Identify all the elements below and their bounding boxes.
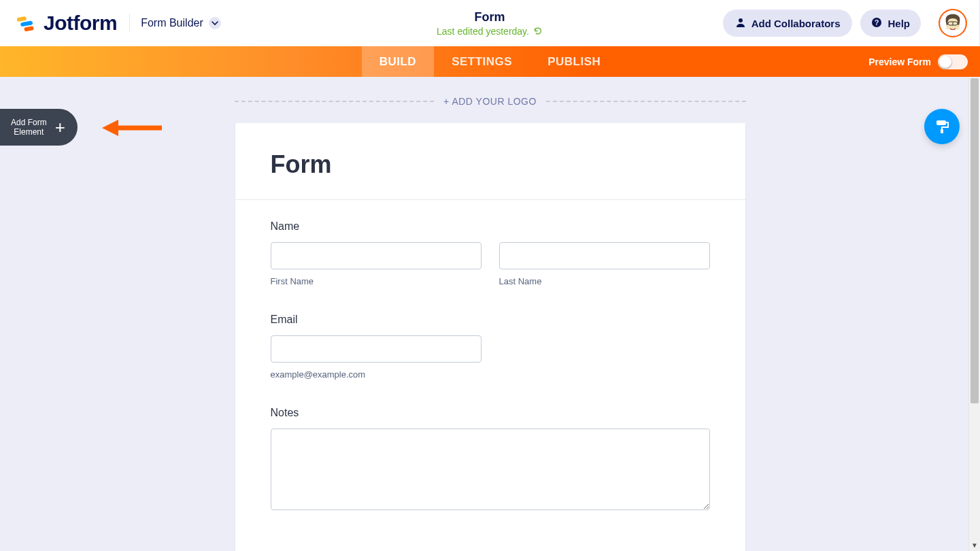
user-icon [735, 17, 746, 30]
main-nav: BUILD SETTINGS PUBLISH Preview Form [0, 46, 980, 77]
scroll-thumb[interactable] [970, 78, 979, 403]
help-button[interactable]: ? Help [860, 10, 921, 37]
field-name-label: Name [271, 220, 710, 233]
add-collaborators-button[interactable]: Add Collaborators [723, 10, 853, 37]
last-name-input[interactable] [499, 242, 710, 269]
last-edited: Last edited yesterday. [437, 26, 543, 37]
add-form-element-label: Add Form Element [11, 118, 47, 137]
form-stage: + ADD YOUR LOGO Form Name First Name [235, 96, 746, 551]
svg-rect-2 [24, 26, 34, 31]
tab-settings[interactable]: SETTINGS [434, 46, 530, 77]
svg-rect-11 [936, 120, 946, 125]
app-header: Jotform Form Builder Form Last edited ye… [0, 0, 980, 46]
scroll-down-icon[interactable]: ▼ [969, 539, 980, 551]
form-designer-button[interactable] [924, 109, 960, 144]
svg-point-3 [739, 18, 743, 22]
add-logo-label: + ADD YOUR LOGO [443, 96, 537, 107]
field-name[interactable]: Name First Name Last Name [271, 220, 710, 286]
svg-rect-1 [20, 20, 33, 27]
divider [129, 14, 130, 33]
brand-name: Jotform [44, 12, 117, 35]
svg-text:?: ? [875, 18, 879, 27]
first-name-sublabel: First Name [271, 276, 481, 286]
form-card: Form Name First Name Last Name [235, 123, 746, 551]
last-edited-text: Last edited yesterday. [437, 26, 529, 37]
help-label: Help [888, 18, 910, 29]
field-notes[interactable]: Notes [271, 407, 710, 513]
jotform-logo-icon [15, 12, 37, 34]
email-input[interactable] [271, 335, 481, 363]
paint-roller-icon [933, 118, 951, 135]
form-title[interactable]: Form [437, 10, 543, 24]
workspace: Add Form Element + + ADD YOUR LOGO [0, 77, 980, 551]
form-body: Name First Name Last Name Email [235, 200, 745, 551]
first-name-input[interactable] [271, 242, 481, 269]
annotation-arrow-icon [102, 118, 163, 141]
form-heading[interactable]: Form [235, 123, 745, 200]
toggle-knob [939, 56, 951, 68]
preview-toggle-group: Preview Form [868, 46, 968, 77]
field-email-label: Email [271, 314, 710, 326]
notes-textarea[interactable] [271, 429, 710, 510]
preview-label: Preview Form [868, 56, 931, 67]
add-collaborators-label: Add Collaborators [751, 18, 841, 29]
undo-icon[interactable] [533, 27, 543, 36]
svg-rect-0 [16, 16, 27, 22]
form-title-block: Form Last edited yesterday. [437, 10, 543, 37]
avatar[interactable] [939, 9, 967, 37]
nav-tabs: BUILD SETTINGS PUBLISH [362, 46, 619, 77]
chevron-down-icon [209, 17, 221, 29]
brand-logo[interactable]: Jotform [15, 12, 117, 35]
preview-toggle[interactable] [938, 54, 968, 69]
dash-right [546, 101, 746, 102]
help-icon: ? [871, 17, 882, 30]
dash-left [235, 101, 435, 102]
tab-build[interactable]: BUILD [362, 46, 434, 77]
form-builder-label: Form Builder [141, 17, 203, 29]
email-sublabel: example@example.com [271, 369, 481, 380]
add-form-element-button[interactable]: Add Form Element + [0, 109, 78, 146]
add-logo-button[interactable]: + ADD YOUR LOGO [235, 96, 746, 107]
svg-rect-12 [941, 129, 943, 133]
last-name-sublabel: Last Name [499, 276, 710, 286]
form-heading-title: Form [271, 150, 710, 179]
field-notes-label: Notes [271, 407, 710, 419]
form-builder-dropdown[interactable]: Form Builder [141, 17, 221, 29]
plus-icon: + [55, 117, 65, 138]
svg-marker-10 [102, 120, 118, 136]
field-email[interactable]: Email example@example.com [271, 314, 710, 380]
tab-publish[interactable]: PUBLISH [530, 46, 618, 77]
scrollbar[interactable]: ▲ ▼ [968, 77, 980, 551]
header-actions: Add Collaborators ? Help [723, 9, 967, 37]
